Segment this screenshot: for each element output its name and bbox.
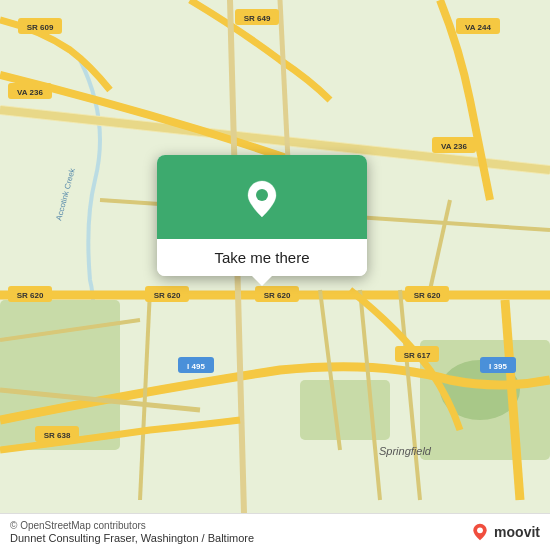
svg-text:VA 236: VA 236	[441, 142, 467, 151]
bottom-bar: © OpenStreetMap contributors Dunnet Cons…	[0, 513, 550, 550]
svg-text:SR 620: SR 620	[264, 291, 291, 300]
svg-text:SR 620: SR 620	[17, 291, 44, 300]
bottom-left-info: © OpenStreetMap contributors Dunnet Cons…	[10, 520, 254, 544]
svg-text:VA 236: VA 236	[17, 88, 43, 97]
svg-text:Springfield: Springfield	[379, 445, 432, 457]
svg-text:SR 620: SR 620	[414, 291, 441, 300]
moovit-logo: moovit	[470, 522, 540, 542]
svg-text:Accotink Creek: Accotink Creek	[54, 166, 77, 221]
svg-text:I 495: I 495	[187, 362, 205, 371]
svg-text:SR 638: SR 638	[44, 431, 71, 440]
moovit-text: moovit	[494, 524, 540, 540]
svg-line-18	[430, 200, 450, 290]
copyright-text: © OpenStreetMap contributors	[10, 520, 254, 531]
svg-text:VA 244: VA 244	[465, 23, 491, 32]
svg-point-47	[256, 189, 268, 201]
svg-text:I 395: I 395	[489, 362, 507, 371]
svg-text:SR 620: SR 620	[154, 291, 181, 300]
svg-text:SR 649: SR 649	[244, 14, 271, 23]
map-container: SR 609 SR 649 VA 244 VA 236 VA 236 SR 62…	[0, 0, 550, 550]
svg-point-48	[477, 527, 483, 533]
place-name: Dunnet Consulting Fraser, Washington / B…	[10, 532, 254, 544]
svg-line-16	[400, 290, 420, 500]
svg-rect-3	[300, 380, 390, 440]
location-pin-icon	[240, 177, 284, 221]
popup-card: Take me there	[157, 155, 367, 276]
svg-text:SR 617: SR 617	[404, 351, 431, 360]
svg-text:SR 609: SR 609	[27, 23, 54, 32]
take-me-there-button[interactable]: Take me there	[157, 239, 367, 276]
moovit-icon	[470, 522, 490, 542]
popup-green-header	[157, 155, 367, 239]
